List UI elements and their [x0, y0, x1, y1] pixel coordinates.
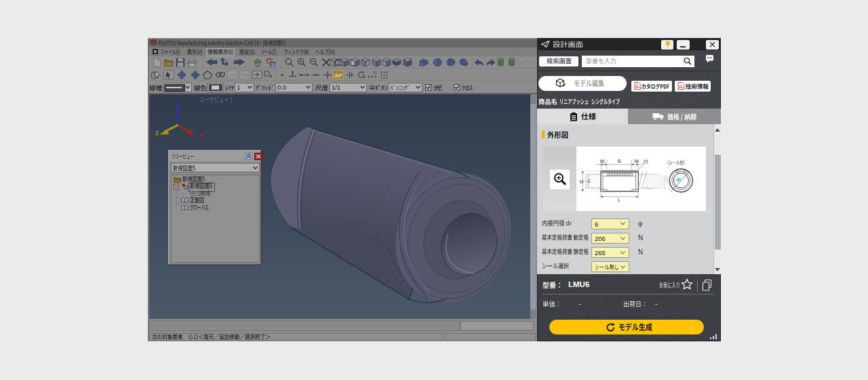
svg-text:D: D: [579, 180, 584, 183]
svg-text:L: L: [618, 197, 620, 202]
svg-text:B: B: [618, 159, 621, 164]
svg-text:D₁: D₁: [587, 178, 591, 183]
svg-text:W: W: [634, 159, 639, 164]
svg-text:W: W: [600, 159, 605, 164]
